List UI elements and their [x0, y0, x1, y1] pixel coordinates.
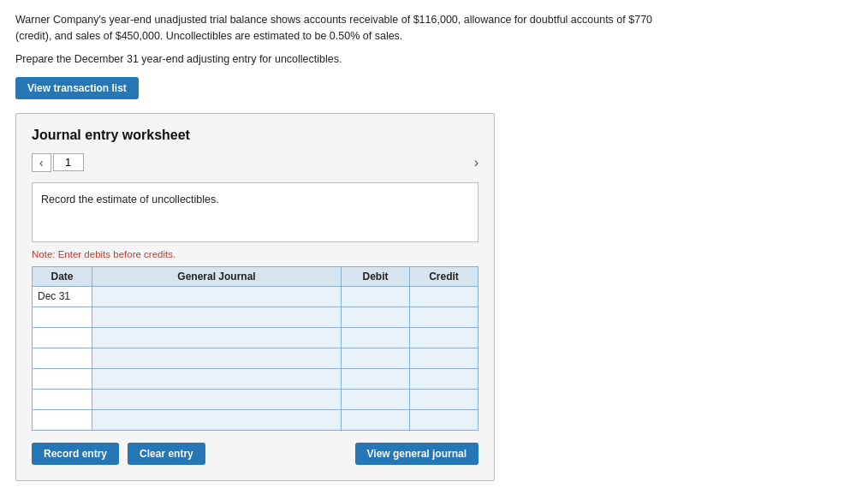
description-box: Record the estimate of uncollectibles. — [32, 182, 479, 242]
debit-cell-5[interactable] — [342, 389, 410, 409]
intro-line1: Warner Company's year-end unadjusted tri… — [15, 12, 666, 45]
view-transaction-button[interactable]: View transaction list — [15, 77, 139, 99]
credit-input-4[interactable] — [415, 372, 473, 384]
view-general-journal-button[interactable]: View general journal — [355, 443, 479, 465]
credit-input-6[interactable] — [415, 414, 473, 426]
gj-cell-2[interactable] — [92, 327, 342, 348]
gj-input-3[interactable] — [98, 352, 336, 364]
credit-cell-3[interactable] — [410, 348, 479, 368]
table-row — [33, 409, 479, 430]
debit-input-4[interactable] — [347, 372, 404, 384]
col-header-credit: Credit — [410, 266, 479, 286]
record-entry-button[interactable]: Record entry — [32, 443, 119, 465]
credit-input-2[interactable] — [415, 331, 473, 343]
gj-input-4[interactable] — [98, 372, 336, 384]
prepare-text: Prepare the December 31 year-end adjusti… — [15, 53, 853, 65]
date-cell-2 — [33, 327, 92, 348]
col-header-debit: Debit — [342, 266, 410, 286]
debit-cell-0[interactable] — [342, 286, 410, 306]
col-header-date: Date — [33, 266, 92, 286]
debit-input-2[interactable] — [347, 331, 404, 343]
nav-row: ‹ › — [32, 153, 479, 172]
date-cell-3 — [33, 348, 92, 368]
gj-cell-5[interactable] — [92, 389, 342, 409]
debit-input-0[interactable] — [347, 290, 404, 302]
table-row — [33, 348, 479, 368]
journal-table: Date General Journal Debit Credit Dec 31 — [32, 266, 479, 431]
credit-cell-4[interactable] — [410, 368, 479, 389]
table-row — [33, 368, 479, 389]
note-text: Note: Enter debits before credits. — [32, 249, 479, 259]
debit-input-3[interactable] — [347, 352, 404, 364]
worksheet-title: Journal entry worksheet — [32, 128, 479, 143]
gj-cell-3[interactable] — [92, 348, 342, 368]
credit-input-3[interactable] — [415, 352, 473, 364]
debit-cell-1[interactable] — [342, 306, 410, 327]
date-cell-5 — [33, 389, 92, 409]
gj-cell-0[interactable] — [92, 286, 342, 306]
debit-input-1[interactable] — [347, 311, 404, 323]
credit-input-0[interactable] — [415, 290, 473, 302]
table-row: Dec 31 — [33, 286, 479, 306]
gj-cell-1[interactable] — [92, 306, 342, 327]
credit-input-1[interactable] — [415, 311, 473, 323]
debit-cell-4[interactable] — [342, 368, 410, 389]
gj-input-0[interactable] — [98, 290, 336, 302]
credit-input-5[interactable] — [415, 393, 473, 405]
next-page-button[interactable]: › — [474, 155, 479, 170]
gj-cell-4[interactable] — [92, 368, 342, 389]
gj-cell-6[interactable] — [92, 409, 342, 430]
col-header-gj: General Journal — [92, 266, 342, 286]
prev-page-button[interactable]: ‹ — [32, 153, 51, 172]
date-cell-1 — [33, 306, 92, 327]
credit-cell-6[interactable] — [410, 409, 479, 430]
debit-input-6[interactable] — [347, 414, 404, 426]
gj-input-6[interactable] — [98, 414, 336, 426]
credit-cell-0[interactable] — [410, 286, 479, 306]
table-row — [33, 327, 479, 348]
debit-cell-6[interactable] — [342, 409, 410, 430]
date-cell-0: Dec 31 — [33, 286, 92, 306]
debit-cell-3[interactable] — [342, 348, 410, 368]
gj-input-1[interactable] — [98, 311, 336, 323]
credit-cell-5[interactable] — [410, 389, 479, 409]
gj-input-2[interactable] — [98, 331, 336, 343]
debit-input-5[interactable] — [347, 393, 404, 405]
date-cell-6 — [33, 409, 92, 430]
table-row — [33, 389, 479, 409]
action-buttons-row: Record entry Clear entry View general jo… — [32, 443, 479, 465]
clear-entry-button[interactable]: Clear entry — [128, 443, 205, 465]
gj-input-5[interactable] — [98, 393, 336, 405]
debit-cell-2[interactable] — [342, 327, 410, 348]
credit-cell-1[interactable] — [410, 306, 479, 327]
date-cell-4 — [33, 368, 92, 389]
table-row — [33, 306, 479, 327]
credit-cell-2[interactable] — [410, 327, 479, 348]
journal-entry-worksheet: Journal entry worksheet ‹ › Record the e… — [15, 113, 495, 481]
page-number-input[interactable] — [53, 153, 84, 171]
